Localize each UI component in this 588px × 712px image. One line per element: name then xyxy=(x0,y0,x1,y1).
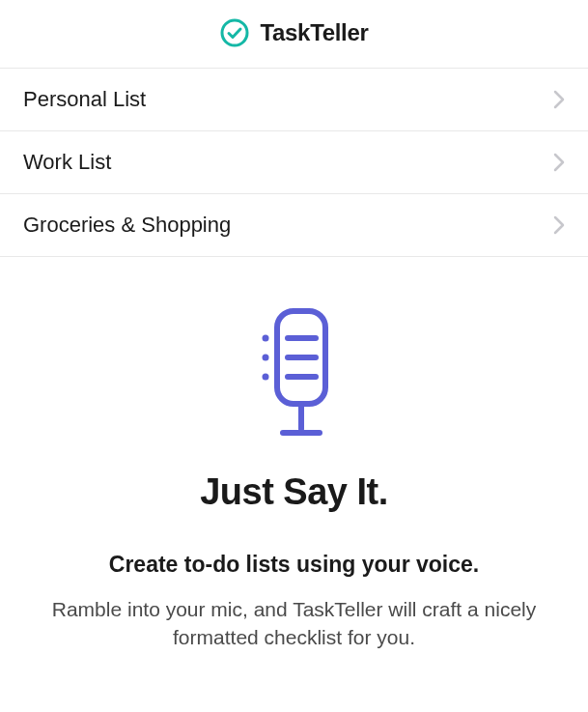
list-item-personal[interactable]: Personal List xyxy=(0,69,588,131)
svg-point-7 xyxy=(262,374,268,381)
svg-point-0 xyxy=(222,20,247,45)
microphone-list-icon xyxy=(246,305,343,454)
app-title: TaskTeller xyxy=(260,19,368,46)
hero-section: Just Say It. Create to-do lists using yo… xyxy=(0,257,588,652)
hero-title: Just Say It. xyxy=(0,471,588,513)
svg-point-5 xyxy=(262,335,268,342)
hero-subtitle: Create to-do lists using your voice. xyxy=(0,552,588,578)
list-item-label: Personal List xyxy=(23,87,146,112)
svg-point-6 xyxy=(262,355,268,361)
list-group: Personal List Work List Groceries & Shop… xyxy=(0,68,588,257)
list-item-label: Work List xyxy=(23,150,111,175)
hero-description: Ramble into your mic, and TaskTeller wil… xyxy=(0,595,588,652)
list-item-work[interactable]: Work List xyxy=(0,131,588,194)
app-header: TaskTeller xyxy=(0,0,588,68)
list-item-label: Groceries & Shopping xyxy=(23,213,231,238)
chevron-right-icon xyxy=(553,153,565,172)
chevron-right-icon xyxy=(553,90,565,109)
list-item-groceries[interactable]: Groceries & Shopping xyxy=(0,194,588,257)
checkmark-circle-icon xyxy=(219,17,250,48)
chevron-right-icon xyxy=(553,215,565,235)
